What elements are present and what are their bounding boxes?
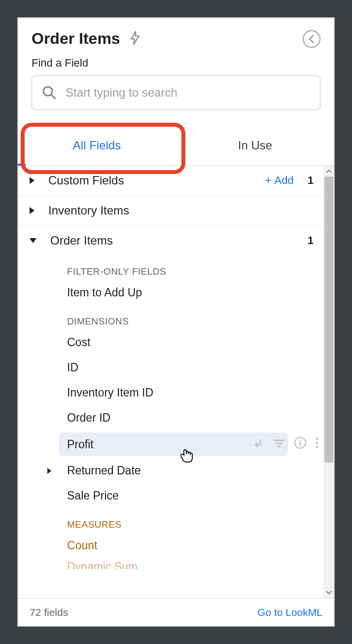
- group-label: Order Items: [50, 234, 308, 248]
- svg-point-6: [299, 439, 301, 441]
- page-title: Order Items: [32, 30, 120, 48]
- svg-point-10: [316, 446, 318, 448]
- field-inventory-item-id[interactable]: Inventory Item ID: [18, 380, 323, 405]
- scroll-up-icon[interactable]: [323, 166, 334, 177]
- collapse-panel-button[interactable]: [303, 30, 320, 48]
- field-dynamic-sum[interactable]: Dynamic Sum: [18, 558, 323, 569]
- tab-all-fields[interactable]: All Fields: [18, 125, 176, 165]
- search-icon: [42, 85, 57, 100]
- group-order-items[interactable]: Order Items 1: [18, 226, 323, 255]
- more-options-icon[interactable]: [316, 437, 318, 452]
- footer: 72 fields Go to LookML: [18, 598, 334, 626]
- group-custom-fields[interactable]: Custom Fields + Add 1: [18, 166, 323, 196]
- info-icon[interactable]: [294, 436, 307, 452]
- scroll-down-icon[interactable]: [323, 587, 334, 598]
- group-label: Inventory Items: [48, 204, 314, 217]
- search-label: Find a Field: [32, 57, 320, 70]
- tabs: All Fields In Use: [18, 125, 334, 166]
- search-input[interactable]: [65, 85, 310, 100]
- field-id[interactable]: ID: [18, 355, 323, 380]
- add-custom-field-button[interactable]: + Add: [265, 174, 294, 187]
- field-list: Custom Fields + Add 1 Inventory Items Or…: [18, 166, 334, 598]
- field-picker-panel: Order Items Find a Field All Fields In U…: [17, 17, 335, 627]
- field-sale-price[interactable]: Sale Price: [18, 483, 323, 508]
- header: Order Items: [18, 18, 334, 52]
- group-count: 1: [308, 174, 314, 187]
- group-count: 1: [308, 234, 314, 247]
- svg-line-1: [51, 95, 55, 99]
- group-label: Custom Fields: [48, 174, 265, 187]
- svg-point-9: [316, 442, 318, 444]
- chevron-down-icon: [30, 238, 36, 243]
- scrollbar[interactable]: [323, 166, 334, 598]
- field-cost[interactable]: Cost: [18, 330, 323, 355]
- chevron-right-icon: [30, 177, 35, 184]
- scrollbar-thumb[interactable]: [324, 177, 333, 463]
- tab-in-use[interactable]: In Use: [176, 125, 334, 165]
- go-to-lookml-link[interactable]: Go to LookML: [257, 607, 322, 618]
- cursor-hand-icon: [179, 448, 194, 467]
- chevron-right-icon: [47, 468, 51, 474]
- field-item-to-add-up[interactable]: Item to Add Up: [18, 280, 323, 305]
- field-returned-date[interactable]: Returned Date: [18, 458, 323, 483]
- pivot-icon[interactable]: [252, 437, 264, 452]
- filter-icon[interactable]: [273, 437, 285, 452]
- chevron-right-icon: [30, 207, 35, 214]
- section-filter-only-fields: FILTER-ONLY FIELDS: [18, 255, 323, 280]
- field-count[interactable]: Count: [18, 533, 323, 558]
- field-count-label: 72 fields: [30, 607, 68, 618]
- plus-icon: +: [265, 174, 272, 187]
- section-measures: MEASURES: [18, 508, 323, 533]
- field-order-id[interactable]: Order ID: [18, 405, 323, 430]
- group-inventory-items[interactable]: Inventory Items: [18, 196, 323, 226]
- search-box[interactable]: [32, 75, 320, 110]
- svg-point-8: [316, 438, 318, 440]
- field-profit[interactable]: Profit: [18, 430, 323, 458]
- section-dimensions: DIMENSIONS: [18, 305, 323, 330]
- search-section: Find a Field: [18, 52, 334, 119]
- quick-start-icon[interactable]: [129, 31, 141, 47]
- active-tab-underline: [18, 164, 26, 166]
